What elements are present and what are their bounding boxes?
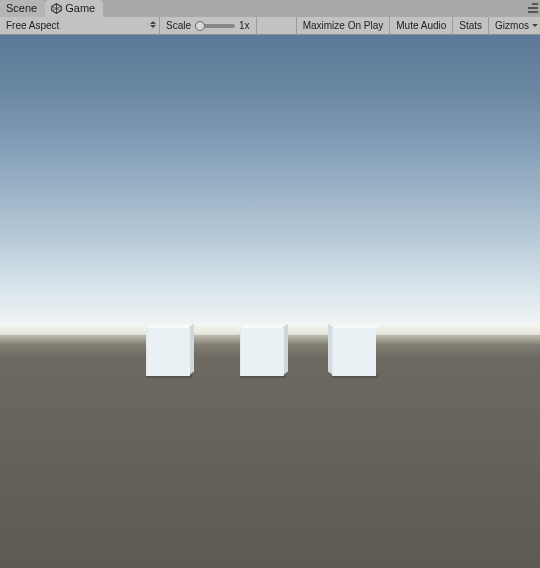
mute-audio-button[interactable]: Mute Audio: [389, 17, 452, 35]
maximize-on-play-button[interactable]: Maximize On Play: [296, 17, 390, 35]
scale-slider-thumb[interactable]: [195, 21, 205, 31]
dropdown-icon: [150, 21, 156, 28]
panel-menu-icon[interactable]: [526, 2, 538, 14]
game-viewport: [0, 35, 540, 568]
chevron-down-icon: [532, 24, 538, 27]
scale-slider[interactable]: [195, 24, 235, 28]
aspect-label: Free Aspect: [6, 20, 59, 31]
tab-scene-label: Scene: [6, 1, 37, 16]
stats-button[interactable]: Stats: [452, 17, 488, 35]
scene-cube: [240, 326, 288, 376]
scene-cube: [146, 326, 194, 376]
game-toolbar: Free Aspect Scale 1x Maximize On Play Mu…: [0, 17, 540, 35]
tab-bar: Scene Game: [0, 0, 540, 17]
scale-control: Scale 1x: [160, 17, 257, 35]
scene-cube: [332, 326, 380, 376]
scale-value: 1x: [239, 20, 250, 31]
tab-game[interactable]: Game: [45, 0, 103, 17]
tab-game-label: Game: [65, 1, 95, 16]
scale-label: Scale: [166, 20, 191, 31]
aspect-dropdown[interactable]: Free Aspect: [0, 17, 160, 35]
sky-gradient: [0, 35, 540, 335]
unity-icon: [51, 3, 62, 14]
gizmos-dropdown[interactable]: Gizmos: [488, 17, 540, 35]
tab-scene[interactable]: Scene: [0, 0, 45, 17]
